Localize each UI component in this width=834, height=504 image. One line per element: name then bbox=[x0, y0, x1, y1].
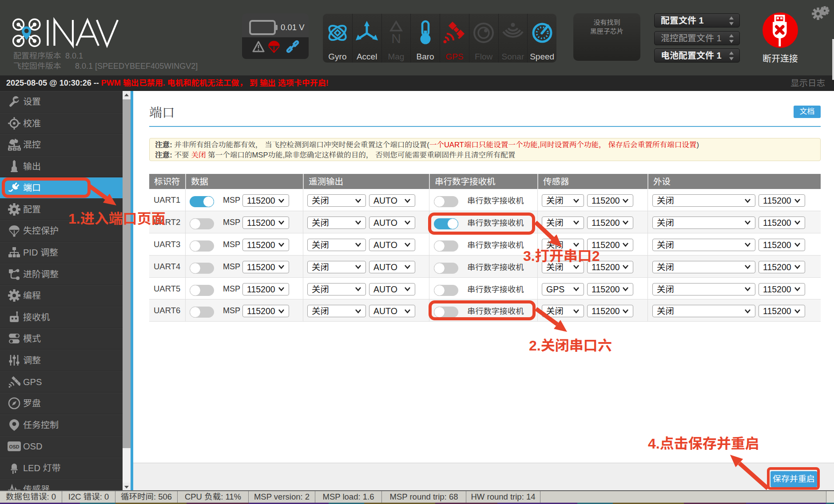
svg-text:N: N bbox=[391, 31, 401, 46]
svg-text:OSD: OSD bbox=[9, 444, 20, 449]
